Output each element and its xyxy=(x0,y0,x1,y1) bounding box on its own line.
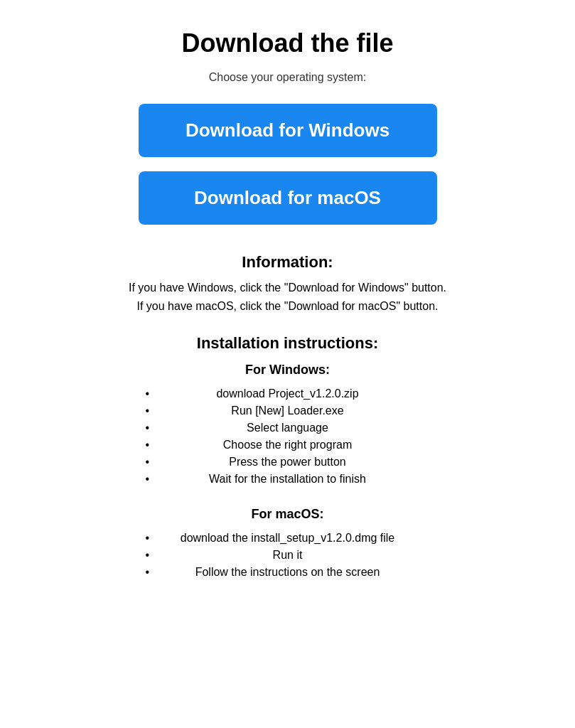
list-item: Choose the right program xyxy=(43,439,532,451)
windows-steps-list: download Project_v1.2.0.zip Run [New] Lo… xyxy=(43,387,532,486)
list-item: Run it xyxy=(43,549,532,562)
installation-section: Installation instructions: For Windows: … xyxy=(43,334,532,579)
info-line-2: If you have macOS, click the "Download f… xyxy=(43,300,532,313)
subtitle-text: Choose your operating system: xyxy=(43,71,532,84)
macos-steps-list: download the install_setup_v1.2.0.dmg fi… xyxy=(43,532,532,579)
info-line-1: If you have Windows, click the "Download… xyxy=(43,282,532,294)
page-title: Download the file xyxy=(43,28,532,58)
macos-subtitle: For macOS: xyxy=(43,507,532,522)
list-item: Run [New] Loader.exe xyxy=(43,405,532,417)
download-macos-button[interactable]: Download for macOS xyxy=(139,171,437,225)
download-windows-button[interactable]: Download for Windows xyxy=(139,104,437,157)
list-item: Select language xyxy=(43,422,532,434)
list-item: Wait for the installation to finish xyxy=(43,473,532,486)
info-section: Information: If you have Windows, click … xyxy=(43,253,532,313)
list-item: download Project_v1.2.0.zip xyxy=(43,387,532,400)
windows-subtitle: For Windows: xyxy=(43,363,532,378)
list-item: Press the power button xyxy=(43,456,532,469)
list-item: Follow the instructions on the screen xyxy=(43,566,532,579)
download-buttons: Download for Windows Download for macOS xyxy=(43,104,532,225)
installation-title: Installation instructions: xyxy=(43,334,532,353)
info-title: Information: xyxy=(43,253,532,272)
list-item: download the install_setup_v1.2.0.dmg fi… xyxy=(43,532,532,545)
